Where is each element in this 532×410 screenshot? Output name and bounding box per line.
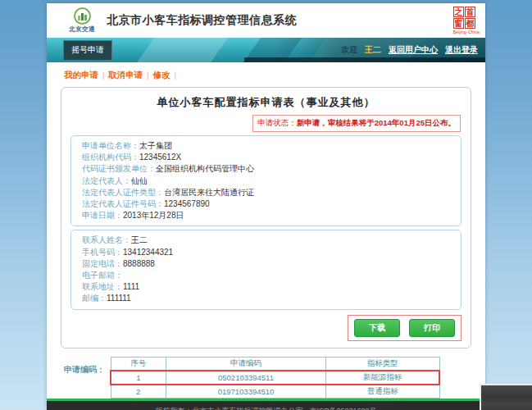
menu-item-cancel-application[interactable]: 取消申请 bbox=[108, 70, 143, 80]
col-code: 申请编码 bbox=[166, 357, 326, 371]
tab-lottery-application[interactable]: 摇号申请 bbox=[63, 40, 112, 61]
status-value: 新申请，审核结果将于2014年01月25日公布。 bbox=[297, 118, 456, 127]
table-row: 1 0502103394511 新能源指标 bbox=[111, 371, 439, 385]
menu-separator: | bbox=[147, 71, 148, 80]
beijing-jiaotong-emblem-icon bbox=[74, 7, 91, 25]
application-form-panel: 单位小客车配置指标申请表（事业及其他） 申请状态：新申请，审核结果将于2014年… bbox=[61, 87, 471, 348]
actions-box: 下载 打印 bbox=[348, 315, 462, 341]
main-page: 北京交通 北京市小客车指标调控管理信息系统 之 首 窗 都 Beijing-Ch… bbox=[47, 3, 485, 410]
col-type: 指标类型 bbox=[326, 357, 440, 371]
menu-item-my-application[interactable]: 我的申请 bbox=[64, 70, 98, 80]
application-codes-section: 申请编码： 序号 申请编码 指标类型 1 0502103394511 新能源指标… bbox=[64, 353, 485, 399]
menu-separator: | bbox=[175, 71, 176, 80]
seal-caption: Beijing-China bbox=[453, 30, 480, 34]
info-row: 固定电话：8888888 bbox=[82, 258, 454, 270]
logout-link[interactable]: 退出登录 bbox=[445, 44, 478, 56]
menu-item-modify[interactable]: 修改 bbox=[153, 70, 171, 80]
info-row: 法定代表人证件号码：1234567890 bbox=[82, 198, 454, 210]
info-row: 法定代表人证件类型：台湾居民来往大陆通行证 bbox=[82, 187, 454, 198]
logo-caption: 北京交通 bbox=[63, 25, 101, 34]
table-row: 2 0197103394510 普通指标 bbox=[111, 385, 439, 399]
info-row: 法定代表人：仙仙 bbox=[82, 175, 454, 187]
codes-header-row: 序号 申请编码 指标类型 bbox=[111, 357, 439, 371]
info-row: 邮编：111111 bbox=[82, 293, 454, 304]
back-to-user-center-link[interactable]: 返回用户中心 bbox=[389, 44, 438, 56]
info-row: 联系人姓名：王二 bbox=[82, 235, 454, 246]
app-title: 北京市小客车指标调控管理信息系统 bbox=[107, 13, 453, 28]
status-label: 申请状态： bbox=[257, 118, 297, 127]
download-button[interactable]: 下载 bbox=[354, 319, 400, 337]
info-row: 电子邮箱： bbox=[82, 270, 454, 281]
seal-char: 窗 bbox=[453, 18, 464, 29]
info-row: 代码证书颁发单位：全国组织机构代码管理中心 bbox=[82, 163, 454, 175]
unit-info-box: 申请单位名称：太子集团 组织机构代码：12345612X 代码证书颁发单位：全国… bbox=[70, 135, 462, 226]
col-seq: 序号 bbox=[111, 357, 166, 371]
info-row: 联系地址：1111 bbox=[82, 281, 454, 293]
seal-char: 都 bbox=[465, 18, 475, 29]
icp-link[interactable]: 京ICP备05031682号 bbox=[309, 406, 376, 410]
codes-table: 序号 申请编码 指标类型 1 0502103394511 新能源指标 2 019… bbox=[110, 357, 440, 399]
seal-char: 首 bbox=[465, 7, 475, 17]
seal-char: 之 bbox=[453, 7, 464, 17]
print-button[interactable]: 打印 bbox=[409, 319, 455, 337]
copyright-text: 版权所有：北京市小客车指标调控管理办公室 bbox=[155, 406, 302, 410]
contact-info-box: 联系人姓名：王二 手机号码：13412344321 固定电话：8888888 电… bbox=[70, 230, 462, 309]
codes-label: 申请编码： bbox=[64, 353, 110, 399]
info-row: 手机号码：13412344321 bbox=[82, 247, 454, 258]
overlapping-window-fragment bbox=[480, 384, 532, 410]
site-footer: 版权所有：北京市小客车指标调控管理办公室 京ICP备05031682号 bbox=[47, 399, 485, 410]
welcome-label: 欢迎 bbox=[341, 44, 357, 56]
capital-window-seal-icon: 之 首 窗 都 Beijing-China bbox=[453, 7, 480, 34]
content-area: 我的申请|取消申请|修改| 单位小客车配置指标申请表（事业及其他） 申请状态：新… bbox=[47, 62, 485, 399]
application-status-box: 申请状态：新申请，审核结果将于2014年01月25日公布。 bbox=[252, 115, 461, 132]
form-title: 单位小客车配置指标申请表（事业及其他） bbox=[70, 95, 462, 110]
beijing-jiaotong-logo: 北京交通 bbox=[63, 7, 101, 34]
info-row: 申请日期：2013年12月28日 bbox=[82, 210, 454, 221]
menu-separator: | bbox=[102, 71, 104, 80]
top-navbar: 摇号申请 欢迎 王二 返回用户中心 退出登录 bbox=[47, 38, 485, 62]
info-row: 组织机构代码：12345612X bbox=[82, 152, 454, 163]
sub-menu: 我的申请|取消申请|修改| bbox=[47, 62, 485, 81]
info-row: 申请单位名称：太子集团 bbox=[82, 140, 454, 152]
site-header: 北京交通 北京市小客车指标调控管理信息系统 之 首 窗 都 Beijing-Ch… bbox=[47, 3, 485, 38]
nav-decor bbox=[133, 38, 232, 62]
username-link[interactable]: 王二 bbox=[365, 44, 381, 56]
user-area: 欢迎 王二 返回用户中心 退出登录 bbox=[341, 44, 478, 56]
